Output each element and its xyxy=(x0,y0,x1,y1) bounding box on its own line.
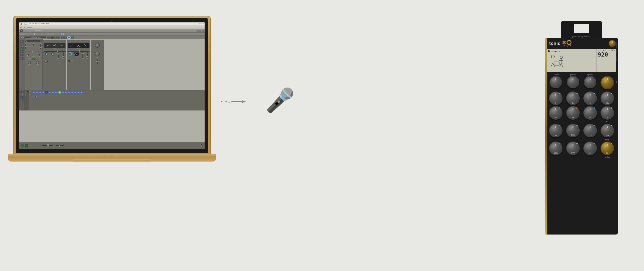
step-btn-13[interactable] xyxy=(71,91,74,94)
triangle-wave-icon[interactable] xyxy=(53,44,57,47)
step-btn-12[interactable] xyxy=(68,91,71,94)
lp-filter-icon[interactable] xyxy=(70,44,74,47)
rate-knob[interactable] xyxy=(45,60,48,63)
level-knob[interactable] xyxy=(28,61,31,64)
sidebar-btn-4[interactable]: ≡ xyxy=(20,50,24,53)
sawtooth-wave-icon[interactable] xyxy=(60,44,64,47)
po-top-accent-knob[interactable] xyxy=(609,40,616,47)
po-sound-knob[interactable] xyxy=(550,76,562,88)
next-pattern-button[interactable]: ▶ xyxy=(23,36,25,39)
step-btn-1[interactable] xyxy=(33,91,35,94)
po-btn-10[interactable]: 10天 xyxy=(566,124,580,137)
step-btn-2[interactable] xyxy=(36,91,39,94)
po-btn-7[interactable]: 7+ xyxy=(583,106,597,120)
seq-row-i[interactable]: i j k l xyxy=(25,94,29,95)
po-bpm-knob[interactable] xyxy=(584,76,596,88)
filter-q-toggle[interactable]: ∞ xyxy=(69,52,72,55)
attack-slider[interactable] xyxy=(58,52,59,58)
noise-slider-v[interactable] xyxy=(40,44,41,49)
maximize-button[interactable] xyxy=(24,27,25,28)
po-btn-3[interactable]: 3 xyxy=(583,91,597,105)
pattern-btn-5[interactable]: 5 xyxy=(61,36,64,39)
seq-ctrl-btn-3[interactable]: ≡ xyxy=(20,98,24,100)
menu-window[interactable]: Window xyxy=(41,23,45,24)
po-btn-14[interactable]: 14✱ xyxy=(566,141,580,155)
vel-knob[interactable] xyxy=(95,43,100,48)
distort-knob[interactable] xyxy=(27,54,29,56)
step-btn-14[interactable] xyxy=(74,91,77,94)
output-a-btn[interactable]: A xyxy=(31,58,35,60)
sidebar-btn-5[interactable]: ⊕ xyxy=(20,54,24,56)
bp-filter-icon[interactable] xyxy=(77,44,81,47)
seq-ctrl-btn-4[interactable]: ⊛ xyxy=(20,101,24,102)
seq-ctrl-btn-1[interactable]: ▼ xyxy=(20,91,24,93)
eq-freq-slider[interactable] xyxy=(25,52,42,52)
eq-gain-knob[interactable] xyxy=(33,54,34,56)
sidebar-prev-btn[interactable]: ◀ xyxy=(20,44,22,46)
record-btn[interactable]: ● xyxy=(20,47,24,50)
po-btn-9[interactable]: 9● xyxy=(549,124,563,137)
seq-prev[interactable]: ◀ xyxy=(20,94,22,95)
decay-slider[interactable] xyxy=(63,52,64,58)
master-knob[interactable] xyxy=(200,144,203,147)
pattern-btn-8[interactable]: 8 xyxy=(71,36,74,39)
pitch-mod-knob[interactable] xyxy=(45,52,48,56)
sine-wave-icon[interactable] xyxy=(46,44,50,47)
output-b-btn[interactable]: B xyxy=(35,58,38,60)
mod-slider[interactable] xyxy=(97,59,98,64)
program-slider[interactable] xyxy=(26,34,47,34)
menu-view[interactable]: View xyxy=(35,23,37,24)
sidebar-next-btn[interactable]: ▶ xyxy=(22,44,24,46)
step-btn-10[interactable] xyxy=(61,91,64,94)
po-btn-11[interactable]: 11+ xyxy=(583,124,597,137)
step-btn-4[interactable] xyxy=(42,91,45,94)
swing-slider[interactable] xyxy=(42,145,53,146)
sidebar-btn-6[interactable]: ⊡ xyxy=(20,57,24,60)
step-btn-15[interactable] xyxy=(77,91,80,94)
menu-icon[interactable] xyxy=(202,30,204,32)
decay2-slider[interactable] xyxy=(87,52,88,58)
po-btn-5[interactable]: 5● xyxy=(549,106,563,120)
seq-row-e[interactable]: e f g h xyxy=(25,92,29,93)
pattern-btn-2[interactable]: 2 xyxy=(50,36,54,39)
settings-icon[interactable] xyxy=(197,30,199,32)
seq-row-a[interactable]: a b c d xyxy=(25,91,29,92)
po-btn-13[interactable]: 13 B xyxy=(549,141,563,155)
menu-finder[interactable]: Finder xyxy=(24,23,27,25)
step-btn-11[interactable] xyxy=(65,91,67,94)
po-btn-8[interactable]: 8 xyxy=(601,106,614,120)
po-btn-4[interactable]: 4 flr xyxy=(601,91,614,105)
amount-knob[interactable] xyxy=(51,52,54,56)
pattern-btn-3[interactable]: 3 xyxy=(54,36,57,39)
po-accent-knob[interactable] xyxy=(601,76,614,89)
chain-btn[interactable]: ▶▶ xyxy=(35,96,37,97)
sound-morph-slider[interactable] xyxy=(55,34,71,34)
menu-go[interactable]: Go xyxy=(39,23,40,24)
noise-knob[interactable] xyxy=(95,52,100,56)
play-button[interactable]: ▶ xyxy=(25,144,28,147)
minimize-button[interactable] xyxy=(22,27,23,28)
step-btn-6[interactable] xyxy=(48,91,51,94)
close-button[interactable] xyxy=(20,27,22,28)
osc-freq-slider[interactable] xyxy=(44,51,66,52)
channel-next[interactable]: ▶ xyxy=(40,40,42,42)
po-btn-6[interactable]: 6✦ xyxy=(566,106,580,120)
pattern-btn-6[interactable]: 6 xyxy=(64,36,67,39)
seq-row-m[interactable]: m n xyxy=(25,95,29,96)
menu-help[interactable]: Help xyxy=(46,23,49,24)
pattern-btn-7[interactable]: 7 xyxy=(67,36,71,39)
seq-next[interactable]: ▶ xyxy=(22,94,23,95)
po-btn-12[interactable]: 12● xyxy=(601,124,614,137)
sidebar-btn-1[interactable]: ▼ xyxy=(20,40,24,43)
step-btn-8[interactable] xyxy=(54,91,57,94)
step-btn-5[interactable] xyxy=(45,91,48,94)
step-btn-7[interactable] xyxy=(51,91,54,94)
step-btn-9[interactable] xyxy=(58,91,61,94)
pattern-btn-1[interactable]: 1 xyxy=(47,36,50,39)
po-btn-16[interactable]: 16 xyxy=(601,141,614,155)
channel-prev[interactable]: ◀ xyxy=(25,40,27,42)
po-btn-2[interactable]: 2♦ xyxy=(566,91,580,105)
seq-ctrl-btn-2[interactable]: ⊞ xyxy=(20,96,24,98)
prev-pattern-button[interactable]: ◀ xyxy=(20,36,22,39)
stop-button[interactable]: ■ xyxy=(21,144,24,147)
